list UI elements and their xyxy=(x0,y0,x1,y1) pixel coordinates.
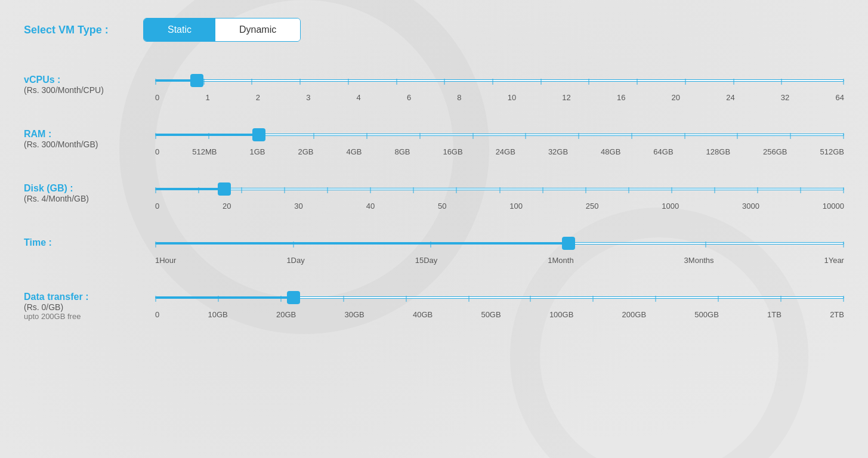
vcpus-track xyxy=(155,79,844,82)
vcpus-subtitle: (Rs. 300/Month/CPU) xyxy=(24,85,155,95)
disk-track xyxy=(155,188,844,190)
vcpus-row: vCPUs : (Rs. 300/Month/CPU) 0 1 2 3 4 xyxy=(24,72,844,102)
time-fill xyxy=(156,243,569,244)
ram-labels: 0 512MB 1GB 2GB 4GB 8GB 16GB 24GB 32GB 4… xyxy=(155,147,844,156)
ram-thumb[interactable] xyxy=(252,128,265,141)
vcpus-track-container[interactable] xyxy=(155,72,844,89)
datatransfer-fill xyxy=(156,297,294,298)
disk-title: Disk (GB) : xyxy=(24,183,155,194)
time-row: Time : 1Hour 1Day 15Day 1Month 3Months 1… xyxy=(24,234,844,265)
ram-title: RAM : xyxy=(24,129,155,140)
vcpus-label-col: vCPUs : (Rs. 300/Month/CPU) xyxy=(24,72,155,95)
disk-track-container[interactable] xyxy=(155,180,844,198)
datatransfer-note: upto 200GB free xyxy=(24,312,155,321)
vm-type-toggle-group: Static Dynamic xyxy=(143,18,301,42)
datatransfer-row: Data transfer : (Rs. 0/GB) upto 200GB fr… xyxy=(24,289,844,321)
time-slider-col: 1Hour 1Day 15Day 1Month 3Months 1Year xyxy=(155,234,844,265)
datatransfer-track xyxy=(155,296,844,299)
disk-thumb[interactable] xyxy=(218,182,231,196)
vcpus-slider-col: 0 1 2 3 4 6 8 10 12 16 20 24 32 64 xyxy=(155,72,844,102)
ram-slider-col: 0 512MB 1GB 2GB 4GB 8GB 16GB 24GB 32GB 4… xyxy=(155,126,844,156)
page-content: Select VM Type : Static Dynamic vCPUs : … xyxy=(24,18,844,321)
disk-subtitle: (Rs. 4/Month/GB) xyxy=(24,194,155,203)
ram-fill xyxy=(156,134,259,135)
time-track xyxy=(155,242,844,245)
vcpus-thumb[interactable] xyxy=(190,74,203,87)
datatransfer-labels: 0 10GB 20GB 30GB 40GB 50GB 100GB 200GB 5… xyxy=(155,310,844,319)
vcpus-title: vCPUs : xyxy=(24,75,155,85)
datatransfer-track-container[interactable] xyxy=(155,289,844,307)
dynamic-toggle-btn[interactable]: Dynamic xyxy=(215,18,300,41)
time-label-col: Time : xyxy=(24,234,155,248)
time-thumb[interactable] xyxy=(562,237,575,250)
disk-labels: 0 20 30 40 50 100 250 1000 3000 10000 xyxy=(155,202,844,211)
datatransfer-slider-col: 0 10GB 20GB 30GB 40GB 50GB 100GB 200GB 5… xyxy=(155,289,844,319)
disk-slider-col: 0 20 30 40 50 100 250 1000 3000 10000 xyxy=(155,180,844,211)
time-title: Time : xyxy=(24,237,155,248)
vcpus-labels: 0 1 2 3 4 6 8 10 12 16 20 24 32 64 xyxy=(155,93,844,102)
ram-track-container[interactable] xyxy=(155,126,844,144)
datatransfer-title: Data transfer : xyxy=(24,292,155,302)
disk-fill xyxy=(156,188,224,190)
datatransfer-subtitle: (Rs. 0/GB) xyxy=(24,302,155,312)
static-toggle-btn[interactable]: Static xyxy=(144,18,215,41)
datatransfer-label-col: Data transfer : (Rs. 0/GB) upto 200GB fr… xyxy=(24,289,155,321)
disk-row: Disk (GB) : (Rs. 4/Month/GB) 0 20 30 40 … xyxy=(24,180,844,211)
vm-type-label: Select VM Type : xyxy=(24,24,143,36)
disk-label-col: Disk (GB) : (Rs. 4/Month/GB) xyxy=(24,180,155,203)
ram-track xyxy=(155,134,844,136)
time-labels: 1Hour 1Day 15Day 1Month 3Months 1Year xyxy=(155,256,844,265)
ram-label-col: RAM : (Rs. 300/Month/GB) xyxy=(24,126,155,149)
vm-type-row: Select VM Type : Static Dynamic xyxy=(24,18,844,42)
ram-row: RAM : (Rs. 300/Month/GB) 0 512MB 1GB 2GB… xyxy=(24,126,844,156)
time-track-container[interactable] xyxy=(155,234,844,252)
datatransfer-thumb[interactable] xyxy=(287,291,300,304)
ram-subtitle: (Rs. 300/Month/GB) xyxy=(24,140,155,149)
